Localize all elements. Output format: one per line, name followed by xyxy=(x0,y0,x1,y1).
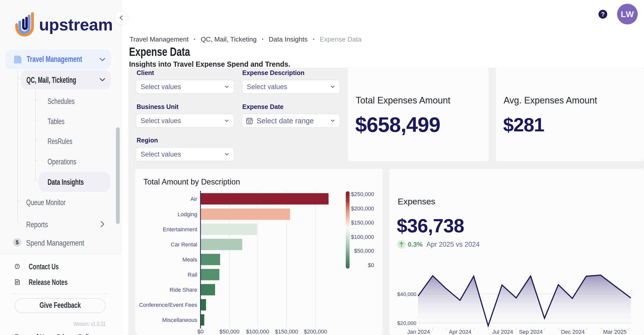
svg-text:Apr 2024: Apr 2024 xyxy=(449,329,471,335)
svg-text:Jul 2024: Jul 2024 xyxy=(492,329,513,335)
svg-text:$50,000: $50,000 xyxy=(354,248,374,254)
svg-text:Dec 2024: Dec 2024 xyxy=(561,329,585,335)
svg-text:Jan 2024: Jan 2024 xyxy=(407,329,430,335)
svg-text:Miscellaneous: Miscellaneous xyxy=(162,317,197,323)
svg-text:Meals: Meals xyxy=(182,256,197,263)
svg-text:$100,000: $100,000 xyxy=(246,328,269,335)
svg-text:$150,000: $150,000 xyxy=(275,328,298,335)
svg-text:Sep 2024: Sep 2024 xyxy=(519,329,543,335)
svg-text:Ride Share: Ride Share xyxy=(170,287,197,293)
svg-text:Air: Air xyxy=(190,196,197,202)
svg-text:$200,000: $200,000 xyxy=(351,205,374,212)
svg-text:Entertainment: Entertainment xyxy=(163,226,197,233)
svg-text:Rail: Rail xyxy=(188,272,197,278)
svg-text:$40,000: $40,000 xyxy=(397,291,416,297)
svg-text:Conference/Event Fees: Conference/Event Fees xyxy=(139,302,197,308)
svg-text:$250,000: $250,000 xyxy=(351,191,374,197)
svg-text:$0: $0 xyxy=(368,262,374,268)
svg-text:$0: $0 xyxy=(197,328,204,335)
svg-text:Car Rental: Car Rental xyxy=(171,241,197,248)
svg-text:$100,000: $100,000 xyxy=(351,234,374,240)
svg-text:$50,000: $50,000 xyxy=(219,328,239,335)
svg-text:$200,000: $200,000 xyxy=(304,328,327,335)
svg-text:Mar 2025: Mar 2025 xyxy=(603,329,627,335)
svg-text:31: 31 xyxy=(248,120,251,124)
svg-text:$150,000: $150,000 xyxy=(351,219,374,226)
svg-text:$20,000: $20,000 xyxy=(397,320,416,326)
svg-text:?: ? xyxy=(16,265,18,268)
svg-text:Lodging: Lodging xyxy=(178,211,197,217)
